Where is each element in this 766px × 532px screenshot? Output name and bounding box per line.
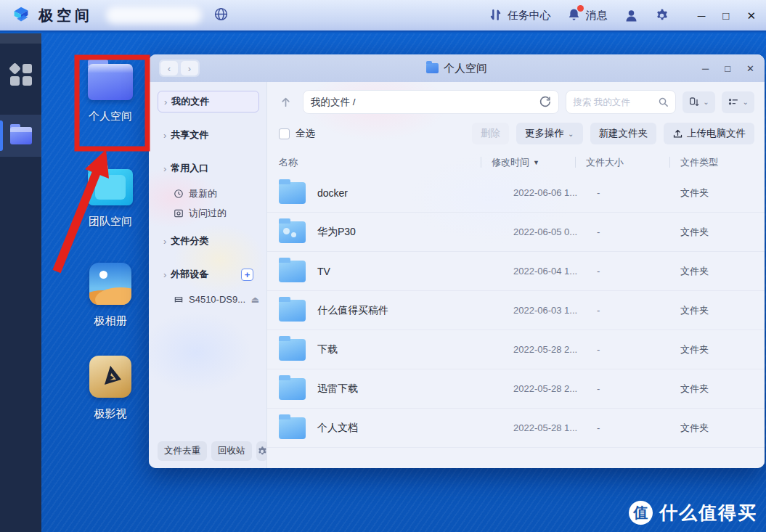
dedupe-button[interactable]: 文件去重: [158, 441, 207, 461]
more-actions-label: 更多操作: [525, 127, 564, 140]
desktop-icon-movies[interactable]: 极影视: [65, 356, 155, 421]
file-row[interactable]: 华为P30 2022-06-05 0... - 文件夹: [267, 213, 765, 252]
file-type: 文件夹: [680, 422, 750, 435]
personal-space-folder-icon: [88, 64, 133, 100]
upload-button[interactable]: 上传电脑文件: [664, 123, 754, 144]
file-row[interactable]: docker 2022-06-06 1... - 文件夹: [267, 173, 765, 213]
app-logo: 极空间: [10, 4, 93, 26]
rail-files-button[interactable]: [0, 115, 41, 157]
search-box[interactable]: [566, 90, 676, 114]
recycle-bin-button[interactable]: 回收站: [211, 441, 252, 461]
desktop-icon-label: 极相册: [94, 314, 127, 328]
file-name: 下载: [317, 343, 338, 356]
window-minimize-button[interactable]: ─: [702, 63, 709, 74]
file-type: 文件夹: [680, 265, 750, 278]
select-all-checkbox[interactable]: [279, 128, 290, 139]
desktop-icon-label: 极影视: [94, 407, 127, 421]
back-button[interactable]: ‹: [160, 61, 178, 75]
file-list: docker 2022-06-06 1... - 文件夹 华为P30 2022-…: [267, 173, 765, 468]
delete-button[interactable]: 删除: [472, 123, 509, 144]
window-controls: ─ □ ✕: [702, 63, 754, 74]
sidebar-item-file-categories[interactable]: › 文件分类: [158, 230, 259, 252]
file-row[interactable]: 迅雷下载 2022-05-28 2... - 文件夹: [267, 369, 765, 409]
file-name: 迅雷下载: [317, 382, 358, 396]
chevron-right-icon: ›: [164, 97, 167, 107]
file-size: -: [597, 266, 680, 277]
sort-button[interactable]: ⌄: [683, 91, 714, 113]
search-input[interactable]: [573, 97, 658, 107]
app-maximize-button[interactable]: □: [722, 10, 729, 21]
smzdm-watermark-text: 什么值得买: [659, 501, 757, 525]
desktop-icon-team-space[interactable]: 团队空间: [65, 169, 155, 229]
user-button[interactable]: [624, 8, 638, 22]
add-device-button[interactable]: +: [241, 269, 253, 281]
unread-dot: [577, 5, 584, 12]
sidebar-item-external-drive[interactable]: S4510-DS9... ⏏: [158, 290, 259, 309]
desktop-icon-photo-album[interactable]: 极相册: [65, 263, 155, 328]
column-header-type[interactable]: 文件类型: [680, 156, 750, 169]
file-row[interactable]: 下载 2022-05-28 2... - 文件夹: [267, 330, 765, 369]
sidebar-item-label: 最新的: [189, 187, 217, 200]
personal-space-window: ‹ › 个人空间 ─ □ ✕ › 我的文件 ›: [149, 54, 765, 468]
column-header-size[interactable]: 文件大小: [586, 156, 669, 169]
team-space-folder-icon: [88, 169, 133, 205]
sidebar-settings-button[interactable]: [256, 441, 268, 461]
rail-apps-button[interactable]: [0, 54, 41, 96]
file-row[interactable]: 什么值得买稿件 2022-06-03 1... - 文件夹: [267, 291, 765, 330]
app-minimize-button[interactable]: ─: [698, 10, 706, 21]
desktop-icon-label: 个人空间: [89, 110, 132, 123]
view-mode-button[interactable]: ⌄: [722, 91, 754, 113]
app-window-controls: ─ □ ✕: [698, 10, 756, 21]
file-row[interactable]: TV 2022-06-04 1... - 文件夹: [267, 252, 765, 291]
folder-icon: [279, 182, 306, 204]
sidebar-item-common-entry[interactable]: › 常用入口: [158, 157, 259, 179]
desktop-icon-personal-space[interactable]: 个人空间: [65, 64, 155, 123]
window-title: 个人空间: [444, 62, 487, 75]
more-actions-button[interactable]: 更多操作 ⌄: [516, 123, 582, 144]
window-maximize-button[interactable]: □: [725, 63, 730, 74]
sidebar-item-label: 常用入口: [171, 162, 208, 175]
chevron-down-icon: ⌄: [743, 98, 749, 106]
column-header-modified[interactable]: 修改时间 ▼: [492, 156, 575, 169]
visited-icon: [174, 208, 184, 218]
rail-top-strip: [0, 33, 41, 44]
user-icon: [624, 8, 638, 22]
new-folder-button[interactable]: 新建文件夹: [590, 123, 657, 144]
task-center-button[interactable]: 任务中心: [489, 8, 551, 22]
app-topbar: 极空间 任务中心: [0, 0, 766, 32]
file-size: -: [597, 187, 680, 198]
folder-icon: [279, 339, 306, 361]
sidebar-item-my-files[interactable]: › 我的文件: [158, 91, 259, 112]
sidebar-item-external-devices[interactable]: › 外部设备 +: [158, 263, 259, 285]
settings-button[interactable]: [654, 8, 669, 22]
window-close-button[interactable]: ✕: [746, 63, 754, 74]
movies-icon: [89, 356, 131, 398]
file-type: 文件夹: [680, 226, 750, 239]
file-name: 什么值得买稿件: [317, 304, 388, 317]
file-modified: 2022-05-28 2...: [513, 383, 597, 394]
eject-icon[interactable]: ⏏: [251, 295, 259, 305]
folder-icon: [279, 300, 306, 322]
globe-icon[interactable]: [213, 7, 229, 25]
forward-button[interactable]: ›: [181, 61, 198, 75]
sidebar-item-label: 访问过的: [189, 207, 227, 220]
transfer-icon: [489, 8, 503, 22]
column-header-name[interactable]: 名称: [279, 156, 481, 169]
window-titlebar[interactable]: ‹ › 个人空间 ─ □ ✕: [149, 54, 765, 82]
smzdm-badge-icon: 值: [629, 501, 653, 525]
window-title-group: 个人空间: [149, 62, 765, 75]
clock-icon: [174, 189, 184, 199]
sidebar-item-latest[interactable]: 最新的: [158, 184, 259, 203]
window-title-folder-icon: [426, 63, 439, 73]
path-bar[interactable]: 我的文件 /: [303, 90, 559, 114]
sidebar-item-shared-files[interactable]: › 共享文件: [158, 124, 259, 146]
refresh-icon[interactable]: [539, 96, 551, 108]
app-close-button[interactable]: ✕: [746, 10, 756, 21]
sidebar-item-visited[interactable]: 访问过的: [158, 203, 259, 223]
search-icon[interactable]: [658, 97, 669, 107]
messages-button[interactable]: 消息: [567, 8, 608, 22]
file-row[interactable]: 个人文档 2022-05-28 1... - 文件夹: [267, 409, 765, 448]
drive-icon: [174, 295, 184, 305]
up-directory-button[interactable]: [274, 91, 296, 113]
file-modified: 2022-05-28 2...: [513, 344, 597, 355]
